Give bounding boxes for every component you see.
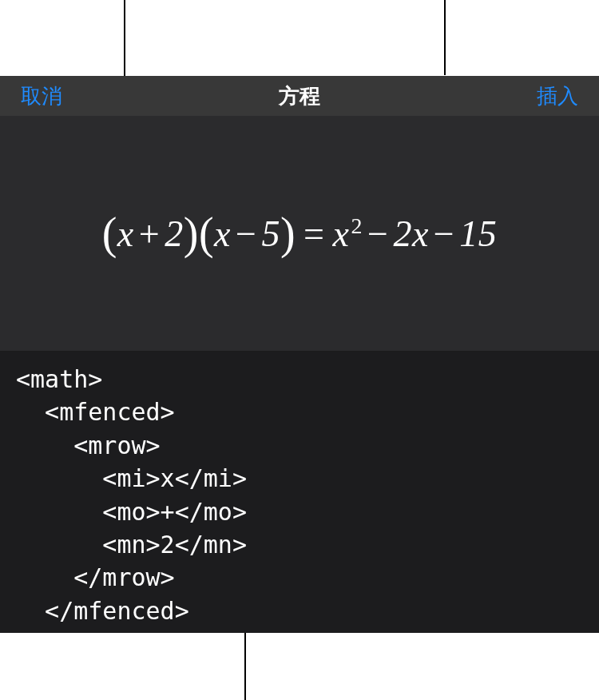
equation-editor-modal: 取消 方程 插入 (x+2)(x−5)=x2−2x−15 <math> <mfe… <box>0 76 599 633</box>
equation-preview-pane: (x+2)(x−5)=x2−2x−15 <box>0 116 599 352</box>
mathml-code-input[interactable]: <math> <mfenced> <mrow> <mi>x</mi> <mo>+… <box>0 352 599 633</box>
rendered-equation: (x+2)(x−5)=x2−2x−15 <box>102 208 498 259</box>
modal-title: 方程 <box>279 82 320 110</box>
insert-button[interactable]: 插入 <box>537 82 578 110</box>
nav-bar: 取消 方程 插入 <box>0 76 599 116</box>
callout-line-code <box>244 633 246 700</box>
callout-line-insert <box>444 0 446 75</box>
cancel-button[interactable]: 取消 <box>21 82 62 110</box>
